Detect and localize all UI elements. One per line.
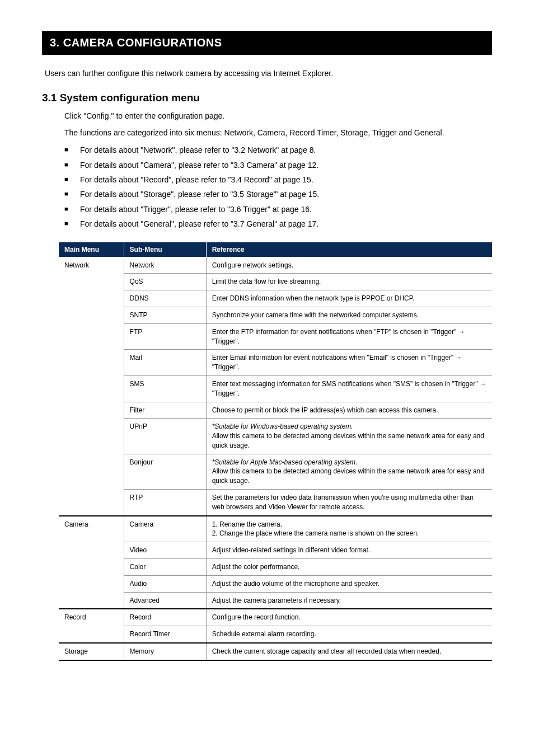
cell-ref: Check the current storage capacity and c…: [206, 643, 492, 660]
table-row: SNTP Synchronize your camera time with t…: [59, 307, 492, 323]
cell-sub: Filter: [124, 402, 206, 419]
th-main: Main Menu: [59, 242, 124, 257]
cell-ref: Enter the FTP information for event noti…: [206, 323, 492, 350]
table-row: SMS Enter text messaging information for…: [59, 375, 492, 402]
paragraph-1: Click "Config." to enter the configurati…: [64, 111, 492, 122]
bullet-item: For details about "Camera", please refer…: [64, 159, 492, 171]
bullet-item: For details about "Trigger", please refe…: [64, 203, 492, 215]
cell-ref: Limit the data flow for live streaming.: [206, 274, 492, 290]
table-row: Mail Enter Email information for event n…: [59, 350, 492, 376]
cell-ref: Synchronize your camera time with the ne…: [206, 307, 492, 323]
section-header: 3. CAMERA CONFIGURATIONS: [42, 31, 492, 55]
cell-sub: UPnP: [124, 419, 206, 454]
cell-main: Record: [59, 609, 124, 643]
table-row: Audio Adjust the audio volume of the mic…: [59, 575, 492, 592]
table-row: UPnP *Suitable for Windows-based operati…: [59, 419, 492, 454]
cell-sub: FTP: [124, 323, 206, 350]
cell-ref: Configure network settings.: [206, 257, 492, 274]
cell-ref-text: 1. Rename the camera.: [212, 520, 282, 528]
paragraph-2: The functions are categorized into six m…: [64, 128, 492, 139]
cell-ref: Enter DDNS information when the network …: [206, 290, 492, 307]
cell-ref-text: Allow this camera to be detected among d…: [212, 467, 484, 485]
cell-main: Storage: [59, 643, 124, 660]
cell-ref: Adjust the color performance.: [206, 559, 492, 576]
cell-main: Camera: [59, 516, 124, 609]
bullet-item: For details about "Storage", please refe…: [64, 188, 492, 200]
table-row: Camera Camera 1. Rename the camera.2. Ch…: [59, 516, 492, 542]
table-row: QoS Limit the data flow for live streami…: [59, 274, 492, 290]
table-row: RTP Set the parameters for video data tr…: [59, 490, 492, 516]
cell-ref: Adjust video-related settings in differe…: [206, 542, 492, 559]
cell-sub: SMS: [124, 375, 206, 402]
cell-sub: Record: [124, 609, 206, 626]
menu-table: Main Menu Sub-Menu Reference Network Net…: [59, 242, 492, 661]
cell-sub: DDNS: [124, 290, 206, 307]
italic-note: *Suitable for Apple Mac-based operating …: [212, 458, 358, 466]
italic-note: *Suitable for Windows-based operating sy…: [212, 422, 353, 430]
cell-ref: Adjust the camera parameters if necessar…: [206, 592, 492, 609]
cell-sub: RTP: [124, 490, 206, 516]
cell-ref: Choose to permit or block the IP address…: [206, 402, 492, 419]
table-row: DDNS Enter DDNS information when the net…: [59, 290, 492, 307]
cell-ref: Adjust the audio volume of the microphon…: [206, 575, 492, 592]
bullet-item: For details about "Record", please refer…: [64, 173, 492, 186]
cell-sub: Memory: [124, 643, 206, 660]
cell-ref: *Suitable for Apple Mac-based operating …: [206, 454, 492, 489]
table-row: Filter Choose to permit or block the IP …: [59, 402, 492, 419]
cell-ref-text: Allow this camera to be detected among d…: [212, 432, 484, 449]
table-row: FTP Enter the FTP information for event …: [59, 323, 492, 350]
bullet-item: For details about "Network", please refe…: [64, 144, 492, 156]
table-body: Network Network Configure network settin…: [59, 257, 492, 660]
bullet-item: For details about "General", please refe…: [64, 218, 492, 230]
table-row: Color Adjust the color performance.: [59, 559, 492, 576]
cell-sub: Mail: [124, 350, 206, 376]
th-sub: Sub-Menu: [124, 242, 206, 257]
cell-ref: *Suitable for Windows-based operating sy…: [206, 419, 492, 454]
table-row: Storage Memory Check the current storage…: [59, 643, 492, 660]
cell-ref: Enter Email information for event notifi…: [206, 350, 492, 376]
table-row: Video Adjust video-related settings in d…: [59, 542, 492, 559]
table-row: Advanced Adjust the camera parameters if…: [59, 592, 492, 609]
th-ref: Reference: [206, 242, 492, 257]
cell-sub: SNTP: [124, 307, 206, 323]
cell-sub: Audio: [124, 575, 206, 592]
table-row: Record Timer Schedule external alarm rec…: [59, 626, 492, 643]
cell-ref: Enter text messaging information for SMS…: [206, 375, 492, 402]
bullet-list: For details about "Network", please refe…: [64, 144, 492, 230]
cell-ref: Schedule external alarm recording.: [206, 626, 492, 643]
cell-sub: Video: [124, 542, 206, 559]
cell-sub: Bonjour: [124, 454, 206, 489]
cell-sub: Record Timer: [124, 626, 206, 643]
table-row: Record Record Configure the record funct…: [59, 609, 492, 626]
cell-sub: Network: [124, 257, 206, 274]
subsection-title: 3.1 System configuration menu: [42, 92, 492, 104]
cell-ref: Configure the record function.: [206, 609, 492, 626]
cell-ref: Set the parameters for video data transm…: [206, 490, 492, 516]
table-row: Bonjour *Suitable for Apple Mac-based op…: [59, 454, 492, 489]
cell-ref: 1. Rename the camera.2. Change the place…: [206, 516, 492, 542]
cell-main: Network: [59, 257, 124, 516]
intro-text: Users can further configure this network…: [45, 69, 492, 78]
table-row: Network Network Configure network settin…: [59, 257, 492, 274]
cell-sub: Color: [124, 559, 206, 576]
cell-sub: Advanced: [124, 592, 206, 609]
cell-sub: Camera: [124, 516, 206, 542]
cell-ref-text: 2. Change the place where the camera nam…: [212, 529, 419, 537]
cell-sub: QoS: [124, 274, 206, 290]
